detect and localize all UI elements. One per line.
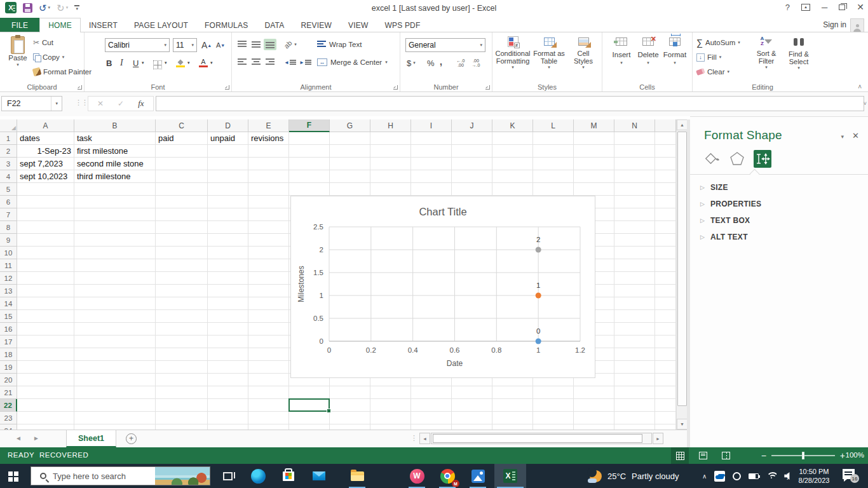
sort-filter-dropdown-icon[interactable]: ▾: [765, 65, 768, 70]
conditional-formatting-button[interactable]: ≠ Conditional Formatting ▾: [495, 36, 531, 70]
clear-dropdown-icon[interactable]: ▾: [727, 69, 729, 74]
confirm-entry-icon[interactable]: ✓: [118, 99, 124, 108]
row-header-14[interactable]: 14: [0, 297, 17, 310]
cell-styles-button[interactable]: Cell Styles ▾: [567, 36, 599, 70]
copy-dropdown-icon[interactable]: ▾: [62, 55, 65, 60]
cut-button[interactable]: ✂ Cut: [33, 36, 53, 49]
cell-styles-dropdown-icon[interactable]: ▾: [582, 65, 585, 70]
number-format-select[interactable]: General▾: [405, 38, 485, 52]
spreadsheet-grid[interactable]: datestaskpaidunpaidrevisions1-Sep-23firs…: [0, 119, 687, 430]
row-header-24[interactable]: 24: [0, 424, 17, 430]
size-properties-tab[interactable]: [754, 150, 771, 168]
page-layout-view-button[interactable]: [694, 447, 712, 464]
bold-button[interactable]: B: [106, 56, 112, 70]
column-header-L[interactable]: L: [533, 119, 574, 132]
font-color-dropdown-icon[interactable]: ▾: [210, 56, 213, 70]
grid-cell-A1[interactable]: dates: [17, 132, 74, 144]
tab-formulas[interactable]: FORMULAS: [196, 18, 256, 32]
column-header-D[interactable]: D: [208, 119, 248, 132]
tab-insert[interactable]: INSERT: [81, 18, 126, 32]
scroll-left-icon[interactable]: ◄: [419, 433, 430, 444]
tab-wps-pdf[interactable]: WPS PDF: [376, 18, 428, 32]
grid-cell-C1[interactable]: paid: [156, 132, 207, 144]
insert-function-icon[interactable]: fx: [138, 98, 144, 109]
middle-align-button[interactable]: [250, 37, 262, 51]
row-header-13[interactable]: 13: [0, 285, 17, 297]
orientation-button[interactable]: ab ▾: [284, 37, 297, 51]
minimize-button[interactable]: ─: [822, 3, 827, 12]
zoom-level[interactable]: 100%: [846, 451, 864, 459]
status-recovered[interactable]: RECOVERED: [39, 451, 88, 459]
close-button[interactable]: ✕: [857, 2, 864, 12]
point-orange[interactable]: [536, 293, 541, 299]
tab-file[interactable]: FILE: [0, 18, 39, 32]
task-view-button[interactable]: [214, 464, 241, 488]
onedrive-icon[interactable]: [714, 471, 725, 482]
column-header-E[interactable]: E: [248, 119, 289, 132]
row-header-4[interactable]: 4: [0, 170, 17, 183]
bottom-align-button[interactable]: [264, 37, 276, 51]
clear-button[interactable]: Clear ▾: [696, 65, 729, 78]
grid-cell-B1[interactable]: task: [74, 132, 155, 144]
grid-cell-E1[interactable]: revisions: [248, 132, 288, 144]
increase-decimal-button[interactable]: ←.0 .00: [455, 56, 466, 70]
sheet-tab-sheet1[interactable]: Sheet1: [66, 430, 116, 447]
delete-cells-button[interactable]: ✕ Delete ▾: [635, 37, 661, 65]
fill-color-dropdown-icon[interactable]: ▾: [187, 56, 190, 70]
font-dialog-launcher[interactable]: [225, 85, 229, 90]
new-sheet-button[interactable]: +: [126, 433, 137, 444]
column-header-K[interactable]: K: [492, 119, 533, 132]
taskbar-weather[interactable]: 25°C Partly cloudy: [590, 464, 679, 488]
horizontal-scroll-track[interactable]: [431, 433, 652, 444]
italic-button[interactable]: I: [120, 56, 123, 70]
row-header-21[interactable]: 21: [0, 386, 17, 399]
taskbar-photos[interactable]: [464, 464, 492, 488]
milestones-chart[interactable]: 00.20.40.60.811.200.511.522.5Chart Title…: [290, 196, 595, 378]
start-button[interactable]: [0, 464, 31, 488]
pane-close-icon[interactable]: ✕: [852, 131, 859, 140]
row-header-7[interactable]: 7: [0, 208, 17, 221]
sort-filter-button[interactable]: AZ Sort & Filter ▾: [751, 36, 782, 70]
tab-data[interactable]: DATA: [256, 18, 292, 32]
format-painter-button[interactable]: Format Painter: [33, 65, 92, 78]
row-header-23[interactable]: 23: [0, 412, 17, 424]
clipboard-dialog-launcher[interactable]: [78, 85, 82, 90]
page-break-view-button[interactable]: [717, 447, 735, 464]
pane-options-icon[interactable]: ▾: [841, 133, 844, 140]
name-box-dropdown-icon[interactable]: ▾: [51, 97, 62, 111]
taskbar-clock[interactable]: 10:50 PM 8/28/2023: [793, 467, 835, 485]
formula-input[interactable]: [156, 96, 864, 111]
collapse-ribbon-icon[interactable]: ˄: [858, 83, 862, 90]
wrap-text-button[interactable]: Wrap Text: [317, 37, 362, 51]
comma-button[interactable]: ,: [440, 55, 442, 69]
currency-button[interactable]: $▾: [407, 56, 416, 70]
sign-in-link[interactable]: Sign in: [823, 20, 846, 29]
number-dialog-launcher[interactable]: [485, 85, 490, 90]
autosum-button[interactable]: ∑ AutoSum ▾: [696, 36, 740, 49]
section-text-box[interactable]: ▷ TEXT BOX: [700, 216, 750, 225]
search-input[interactable]: [53, 471, 155, 481]
zoom-in-button[interactable]: +: [840, 451, 845, 461]
point-blue[interactable]: [536, 339, 541, 344]
tab-page-layout[interactable]: PAGE LAYOUT: [126, 18, 196, 32]
help-button[interactable]: ?: [785, 3, 790, 12]
vertical-scroll-thumb[interactable]: [677, 132, 687, 406]
format-as-table-dropdown-icon[interactable]: ▾: [548, 65, 550, 70]
orientation-dropdown-icon[interactable]: ▾: [294, 42, 297, 47]
row-header-22[interactable]: 22: [0, 399, 17, 412]
zoom-out-button[interactable]: −: [761, 451, 766, 461]
section-size[interactable]: ▷ SIZE: [700, 183, 728, 192]
row-header-12[interactable]: 12: [0, 272, 17, 285]
font-size-select[interactable]: 11▾: [173, 38, 197, 52]
row-header-19[interactable]: 19: [0, 361, 17, 374]
expand-formula-bar-icon[interactable]: ˅: [864, 100, 867, 107]
row-header-18[interactable]: 18: [0, 348, 17, 361]
ribbon-display-options-button[interactable]: ▲: [801, 4, 810, 11]
font-color-button[interactable]: A: [199, 56, 208, 70]
fill-color-button[interactable]: [176, 57, 185, 71]
section-properties[interactable]: ▷ PROPERTIES: [700, 200, 761, 208]
normal-view-button[interactable]: [671, 447, 689, 464]
section-alt-text[interactable]: ▷ ALT TEXT: [700, 233, 748, 241]
delete-dropdown-icon[interactable]: ▾: [647, 60, 649, 65]
alignment-dialog-launcher[interactable]: [393, 85, 398, 90]
